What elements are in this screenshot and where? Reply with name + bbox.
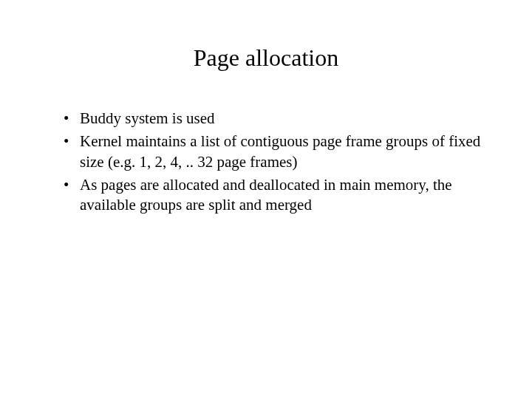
slide-container: Page allocation Buddy system is used Ker…	[0, 0, 532, 399]
list-item: Kernel maintains a list of contiguous pa…	[66, 132, 484, 172]
bullet-list: Buddy system is used Kernel maintains a …	[48, 109, 484, 215]
list-item: As pages are allocated and deallocated i…	[66, 175, 484, 216]
slide-title: Page allocation	[48, 44, 484, 72]
list-item: Buddy system is used	[66, 109, 484, 129]
